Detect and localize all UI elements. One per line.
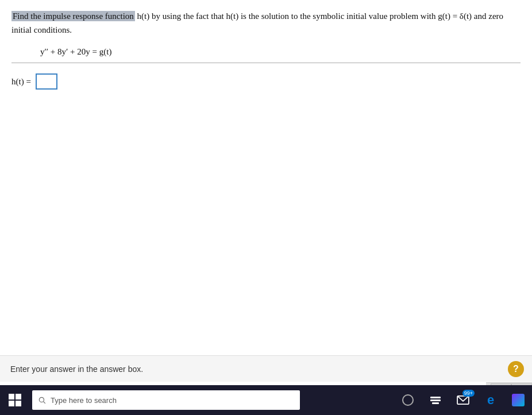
equation-text: y′′ + 8y′ + 20y = g(t) bbox=[40, 47, 111, 56]
cortana-icon bbox=[402, 394, 414, 406]
help-button[interactable]: ? bbox=[508, 361, 524, 377]
svg-line-1 bbox=[44, 402, 45, 404]
task-view-button[interactable] bbox=[422, 385, 449, 415]
answer-label: h(t) = bbox=[11, 77, 31, 87]
svg-point-0 bbox=[39, 397, 44, 402]
taskbar-right-icons: 99+ e bbox=[394, 385, 532, 415]
taskbar: Type here to search 99+ e bbox=[0, 385, 532, 415]
mail-button[interactable]: 99+ bbox=[449, 385, 477, 415]
answer-input-box[interactable] bbox=[36, 73, 57, 90]
windows-icon bbox=[9, 394, 21, 406]
help-text: Enter your answer in the answer box. bbox=[10, 364, 143, 374]
search-icon bbox=[38, 396, 46, 404]
main-content: Find the impulse response function h(t) … bbox=[0, 0, 532, 356]
cortana-button[interactable] bbox=[394, 385, 422, 415]
highlighted-text: Find the impulse response function bbox=[11, 11, 135, 21]
problem-description: Find the impulse response function h(t) … bbox=[11, 9, 521, 37]
start-button[interactable] bbox=[0, 385, 30, 415]
mail-badge: 99+ bbox=[462, 390, 475, 397]
edge-icon: e bbox=[487, 393, 494, 408]
search-placeholder-text: Type here to search bbox=[51, 396, 117, 405]
equation-block: y′′ + 8y′ + 20y = g(t) bbox=[40, 47, 521, 57]
store-icon bbox=[512, 394, 525, 406]
edge-button[interactable]: e bbox=[477, 385, 504, 415]
store-button[interactable] bbox=[504, 385, 532, 415]
task-view-icon bbox=[430, 397, 441, 404]
search-bar[interactable]: Type here to search bbox=[32, 390, 300, 410]
help-bar: Enter your answer in the answer box. ? bbox=[0, 355, 532, 382]
answer-row: h(t) = bbox=[11, 73, 521, 90]
section-divider bbox=[11, 63, 521, 63]
